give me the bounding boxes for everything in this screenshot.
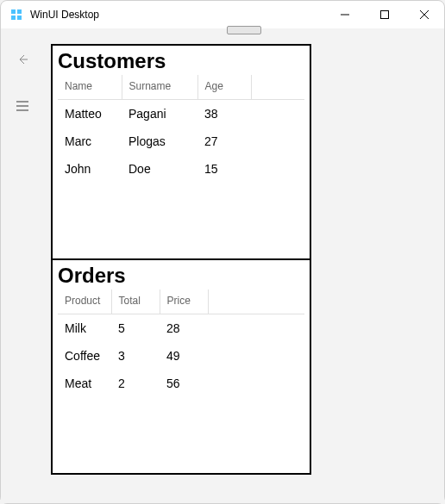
orders-heading: Orders <box>58 264 304 288</box>
col-name[interactable]: Name <box>58 75 122 100</box>
col-age[interactable]: Age <box>197 75 251 100</box>
customers-heading: Customers <box>58 49 304 73</box>
window-controls <box>325 1 444 28</box>
col-surname[interactable]: Surname <box>122 75 197 100</box>
customers-header-row: Name Surname Age <box>58 75 304 100</box>
customers-grid[interactable]: Name Surname Age Matteo Pagani 38 <box>58 75 304 183</box>
cell-product: Milk <box>58 314 111 343</box>
client-area: Customers Name Surname Age <box>1 28 444 503</box>
cell-age: 38 <box>197 100 251 128</box>
nav-column <box>1 28 44 503</box>
svg-rect-2 <box>11 16 16 20</box>
orders-grid[interactable]: Product Total Price Milk 5 28 <box>58 289 304 397</box>
col-total[interactable]: Total <box>111 289 160 314</box>
cell-price: 49 <box>160 342 208 370</box>
app-icon <box>9 8 23 22</box>
hamburger-button[interactable] <box>5 90 40 121</box>
table-row[interactable]: John Doe 15 <box>58 155 304 183</box>
customers-section: Customers Name Surname Age <box>53 46 310 258</box>
svg-rect-0 <box>11 9 16 14</box>
cell-age: 27 <box>197 128 251 155</box>
table-row[interactable]: Meat 2 56 <box>58 370 304 397</box>
orders-header-row: Product Total Price <box>58 289 304 314</box>
table-row[interactable]: Coffee 3 49 <box>58 342 304 370</box>
orders-section: Orders Product Total Price <box>53 258 310 473</box>
col-product[interactable]: Product <box>58 289 111 314</box>
cell-total: 2 <box>111 370 160 397</box>
back-button[interactable] <box>5 44 40 75</box>
svg-rect-3 <box>17 16 22 20</box>
titlebar: WinUI Desktop <box>1 1 444 28</box>
cell-price: 28 <box>160 314 208 343</box>
col-price[interactable]: Price <box>160 289 208 314</box>
cell-name: Marc <box>58 128 122 155</box>
cell-surname: Doe <box>122 155 197 183</box>
window-title: WinUI Desktop <box>30 9 325 21</box>
table-row[interactable]: Milk 5 28 <box>58 314 304 343</box>
col-blank <box>251 75 304 100</box>
cell-price: 56 <box>160 370 208 397</box>
cell-total: 3 <box>111 342 160 370</box>
svg-rect-5 <box>381 11 389 19</box>
minimize-button[interactable] <box>325 1 365 28</box>
cell-surname: Pagani <box>122 100 197 128</box>
data-panel: Customers Name Surname Age <box>51 44 311 475</box>
cell-surname: Plogas <box>122 128 197 155</box>
drag-handle-icon[interactable] <box>227 26 261 34</box>
col-blank <box>208 289 304 314</box>
cell-product: Meat <box>58 370 111 397</box>
cell-name: Matteo <box>58 100 122 128</box>
content-area: Customers Name Surname Age <box>44 28 444 503</box>
table-row[interactable]: Marc Plogas 27 <box>58 128 304 155</box>
table-row[interactable]: Matteo Pagani 38 <box>58 100 304 128</box>
svg-rect-1 <box>17 9 22 14</box>
maximize-button[interactable] <box>365 1 404 28</box>
cell-product: Coffee <box>58 342 111 370</box>
cell-name: John <box>58 155 122 183</box>
cell-total: 5 <box>111 314 160 343</box>
cell-age: 15 <box>197 155 251 183</box>
app-window: WinUI Desktop <box>0 0 445 504</box>
close-button[interactable] <box>404 1 444 28</box>
